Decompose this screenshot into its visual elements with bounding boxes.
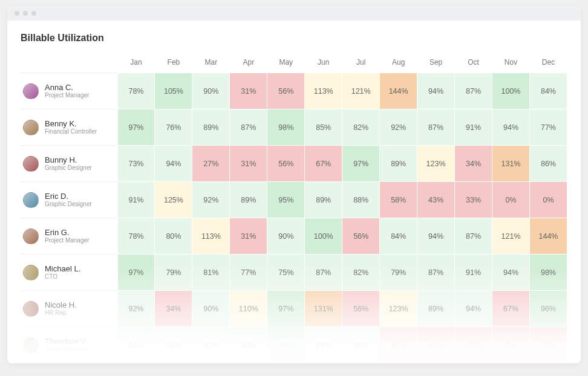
person-cell[interactable]: Bunny H.Graphic Designer — [21, 146, 117, 182]
utilization-cell[interactable]: 82% — [342, 109, 380, 146]
utilization-cell[interactable]: 110% — [230, 291, 267, 327]
utilization-cell[interactable]: 33% — [455, 327, 492, 363]
utilization-cell[interactable]: 90% — [192, 73, 230, 109]
utilization-cell[interactable]: 27% — [192, 146, 230, 182]
utilization-cell[interactable]: 31% — [230, 146, 267, 182]
utilization-cell[interactable]: 97% — [267, 291, 305, 327]
utilization-cell[interactable]: 91% — [455, 254, 492, 291]
utilization-cell[interactable]: 113% — [192, 218, 230, 254]
utilization-cell[interactable]: 78% — [117, 218, 155, 254]
utilization-cell[interactable]: 0% — [492, 182, 530, 218]
utilization-cell[interactable]: 98% — [529, 254, 567, 291]
utilization-cell[interactable]: 113% — [305, 73, 342, 109]
person-cell[interactable]: Nicole H.HR Rep — [21, 291, 117, 327]
utilization-cell[interactable]: 98% — [267, 109, 305, 146]
utilization-cell[interactable]: 87% — [455, 218, 492, 254]
utilization-cell[interactable]: 0% — [529, 182, 567, 218]
utilization-cell[interactable]: 80% — [155, 218, 192, 254]
utilization-cell[interactable]: 33% — [455, 182, 492, 218]
utilization-cell[interactable]: 56% — [267, 73, 305, 109]
utilization-cell[interactable]: 87% — [417, 254, 455, 291]
utilization-cell[interactable]: 94% — [155, 146, 192, 182]
person-cell[interactable]: Theodore V.Junior Developer — [21, 327, 117, 363]
utilization-cell[interactable]: 58% — [380, 182, 417, 218]
utilization-cell[interactable]: 131% — [305, 291, 342, 327]
utilization-cell[interactable]: 131% — [492, 146, 530, 182]
window-close-dot[interactable] — [15, 11, 19, 16]
utilization-cell[interactable]: 92% — [380, 109, 417, 146]
person-cell[interactable]: Eric D.Graphic Designer — [21, 182, 117, 218]
utilization-cell[interactable]: 123% — [417, 146, 455, 182]
utilization-cell[interactable]: 89% — [380, 146, 417, 182]
utilization-cell[interactable]: 85% — [305, 109, 342, 146]
utilization-cell[interactable]: 88% — [342, 327, 380, 363]
utilization-cell[interactable]: 75% — [267, 254, 305, 291]
utilization-cell[interactable]: 0% — [492, 327, 530, 363]
utilization-cell[interactable]: 92% — [192, 327, 230, 363]
utilization-cell[interactable]: 95% — [267, 327, 305, 363]
utilization-cell[interactable]: 144% — [380, 73, 417, 109]
utilization-cell[interactable]: 89% — [305, 182, 342, 218]
utilization-cell[interactable]: 92% — [117, 291, 155, 327]
utilization-cell[interactable]: 94% — [492, 254, 530, 291]
utilization-cell[interactable]: 34% — [455, 146, 492, 182]
utilization-cell[interactable]: 89% — [192, 109, 230, 146]
utilization-cell[interactable]: 97% — [117, 254, 155, 291]
utilization-cell[interactable]: 76% — [155, 327, 192, 363]
utilization-cell[interactable]: 92% — [192, 182, 230, 218]
utilization-cell[interactable]: 89% — [230, 182, 267, 218]
utilization-cell[interactable]: 79% — [380, 254, 417, 291]
utilization-cell[interactable]: 91% — [455, 109, 492, 146]
utilization-cell[interactable]: 97% — [342, 146, 380, 182]
utilization-cell[interactable]: 84% — [529, 73, 567, 109]
person-cell[interactable]: Erin G.Project Manager — [21, 218, 117, 254]
utilization-cell[interactable]: 95% — [267, 182, 305, 218]
utilization-cell[interactable]: 87% — [305, 254, 342, 291]
utilization-cell[interactable]: 67% — [305, 146, 342, 182]
utilization-cell[interactable]: 77% — [529, 109, 567, 146]
utilization-cell[interactable]: 89% — [417, 291, 455, 327]
utilization-cell[interactable]: 89% — [230, 327, 267, 363]
person-cell[interactable]: Michael L.CTO — [21, 254, 117, 291]
utilization-cell[interactable]: 90% — [192, 291, 230, 327]
window-max-dot[interactable] — [31, 11, 36, 16]
utilization-cell[interactable]: 88% — [342, 182, 380, 218]
utilization-cell[interactable]: 94% — [417, 73, 455, 109]
utilization-cell[interactable]: 100% — [305, 218, 342, 254]
utilization-cell[interactable]: 121% — [492, 218, 530, 254]
utilization-cell[interactable]: 81% — [192, 254, 230, 291]
window-min-dot[interactable] — [23, 11, 28, 16]
utilization-cell[interactable]: 43% — [417, 182, 455, 218]
utilization-cell[interactable]: 121% — [342, 73, 380, 109]
person-cell[interactable]: Benny K.Financial Controller — [21, 109, 117, 146]
utilization-cell[interactable]: 86% — [529, 146, 567, 182]
utilization-cell[interactable]: 97% — [117, 109, 155, 146]
utilization-cell[interactable]: 67% — [492, 291, 530, 327]
utilization-cell[interactable]: 94% — [417, 218, 455, 254]
utilization-cell[interactable]: 87% — [417, 109, 455, 146]
utilization-cell[interactable]: 94% — [492, 109, 530, 146]
utilization-cell[interactable]: 94% — [455, 291, 492, 327]
utilization-cell[interactable]: 76% — [155, 109, 192, 146]
utilization-cell[interactable]: 123% — [380, 291, 417, 327]
person-cell[interactable]: Anna C.Project Manager — [21, 73, 117, 109]
utilization-cell[interactable]: 43% — [417, 327, 455, 363]
utilization-cell[interactable]: 77% — [230, 254, 267, 291]
utilization-cell[interactable]: 90% — [267, 218, 305, 254]
utilization-cell[interactable]: 31% — [230, 73, 267, 109]
utilization-cell[interactable]: 87% — [230, 109, 267, 146]
utilization-cell[interactable]: 56% — [267, 146, 305, 182]
utilization-cell[interactable]: 84% — [380, 218, 417, 254]
utilization-cell[interactable]: 125% — [155, 182, 192, 218]
utilization-cell[interactable]: 144% — [529, 218, 567, 254]
utilization-cell[interactable]: 91% — [117, 327, 155, 363]
utilization-cell[interactable]: 0% — [529, 327, 567, 363]
utilization-cell[interactable]: 100% — [492, 73, 530, 109]
utilization-cell[interactable]: 56% — [342, 291, 380, 327]
utilization-cell[interactable]: 87% — [455, 73, 492, 109]
utilization-cell[interactable]: 91% — [117, 182, 155, 218]
utilization-cell[interactable]: 79% — [155, 254, 192, 291]
utilization-cell[interactable]: 34% — [155, 291, 192, 327]
utilization-cell[interactable]: 31% — [230, 218, 267, 254]
utilization-cell[interactable]: 89% — [305, 327, 342, 363]
